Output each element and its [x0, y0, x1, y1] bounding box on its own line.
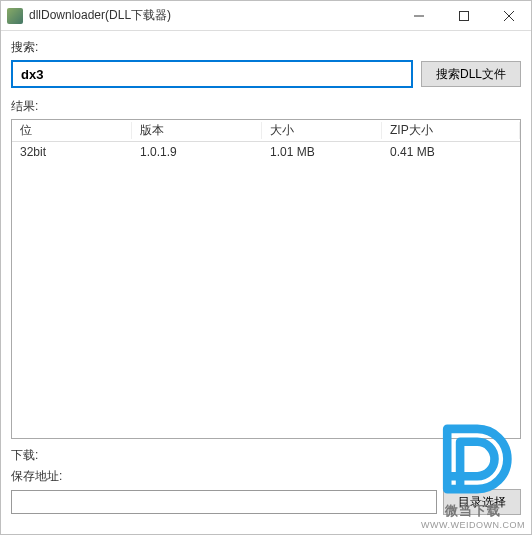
titlebar: dllDownloader(DLL下载器)	[1, 1, 531, 31]
svg-rect-1	[459, 11, 468, 20]
path-label: 保存地址:	[11, 468, 521, 485]
table-row[interactable]: 32bit 1.0.1.9 1.01 MB 0.41 MB	[12, 142, 520, 162]
search-button[interactable]: 搜索DLL文件	[421, 61, 521, 87]
cell-size: 1.01 MB	[262, 145, 382, 159]
browse-button[interactable]: 目录选择	[443, 489, 521, 515]
col-version[interactable]: 版本	[132, 122, 262, 139]
col-zip[interactable]: ZIP大小	[382, 122, 520, 139]
maximize-button[interactable]	[441, 1, 486, 31]
close-button[interactable]	[486, 1, 531, 31]
col-bit[interactable]: 位	[12, 122, 132, 139]
save-path-input[interactable]	[11, 490, 437, 514]
results-header: 位 版本 大小 ZIP大小	[12, 120, 520, 142]
download-label: 下载:	[11, 447, 521, 464]
window-title: dllDownloader(DLL下载器)	[29, 7, 396, 24]
results-label: 结果:	[11, 98, 521, 115]
app-icon	[7, 8, 23, 24]
cell-bit: 32bit	[12, 145, 132, 159]
search-input[interactable]	[11, 60, 413, 88]
minimize-button[interactable]	[396, 1, 441, 31]
search-label: 搜索:	[11, 39, 521, 56]
cell-version: 1.0.1.9	[132, 145, 262, 159]
cell-zip: 0.41 MB	[382, 145, 520, 159]
col-size[interactable]: 大小	[262, 122, 382, 139]
results-table[interactable]: 位 版本 大小 ZIP大小 32bit 1.0.1.9 1.01 MB 0.41…	[11, 119, 521, 439]
